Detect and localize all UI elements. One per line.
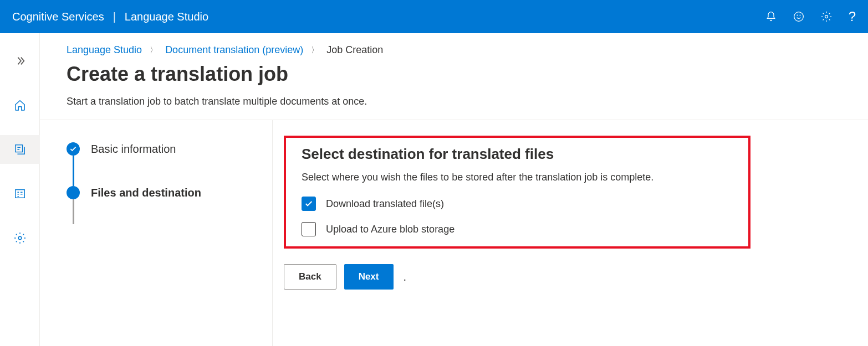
nav-home[interactable] — [0, 91, 40, 120]
brand-primary[interactable]: Cognitive Services — [12, 11, 104, 23]
expand-rail-button[interactable] — [0, 47, 40, 75]
svg-rect-5 — [15, 190, 24, 198]
wizard-step-files-destination[interactable]: Files and destination — [67, 186, 272, 199]
nav-document-translation[interactable] — [0, 135, 40, 164]
svg-point-6 — [18, 236, 22, 240]
svg-rect-4 — [15, 145, 22, 152]
wizard-button-row: Back Next . — [284, 264, 406, 290]
svg-point-1 — [797, 15, 798, 16]
checkbox-label: Upload to Azure blob storage — [326, 224, 455, 235]
option-download-translated[interactable]: Download translated file(s) — [302, 197, 733, 211]
next-button[interactable]: Next — [344, 264, 394, 290]
chevron-right-icon: 〉 — [311, 45, 319, 55]
checkbox-label: Download translated file(s) — [326, 198, 444, 210]
global-header: Cognitive Services | Language Studio ? — [0, 0, 868, 33]
svg-point-2 — [800, 15, 800, 16]
brand-secondary[interactable]: Language Studio — [125, 11, 208, 23]
left-nav-rail — [0, 33, 40, 346]
breadcrumb-current: Job Creation — [326, 44, 383, 56]
wizard-step-basic-information[interactable]: Basic information — [67, 142, 272, 156]
help-icon[interactable]: ? — [849, 9, 856, 24]
svg-point-0 — [794, 12, 803, 22]
step-complete-check-icon — [67, 142, 80, 156]
option-upload-blob[interactable]: Upload to Azure blob storage — [302, 222, 733, 236]
step-active-bullet-icon — [67, 186, 80, 199]
back-button[interactable]: Back — [284, 264, 336, 290]
nav-forms[interactable] — [0, 179, 40, 208]
feedback-smile-icon[interactable] — [793, 11, 804, 22]
checkbox-unchecked-icon — [302, 222, 316, 236]
breadcrumb: Language Studio 〉 Document translation (… — [67, 44, 841, 56]
step-connector — [73, 199, 74, 224]
checkbox-checked-icon — [302, 197, 316, 211]
header-actions: ? — [765, 9, 856, 24]
chevron-right-icon: 〉 — [150, 45, 157, 55]
notification-bell-icon[interactable] — [765, 11, 777, 22]
step-label: Files and destination — [91, 187, 201, 199]
section-description: Select where you wish the files to be st… — [302, 172, 733, 183]
section-title: Select destination for translated files — [302, 146, 733, 163]
brand-divider: | — [113, 11, 116, 23]
step-label: Basic information — [91, 143, 176, 156]
page-title: Create a translation job — [67, 63, 841, 86]
breadcrumb-language-studio[interactable]: Language Studio — [67, 44, 142, 56]
form-content: Select destination for translated files … — [273, 120, 868, 346]
svg-point-3 — [825, 16, 828, 18]
ellipsis-indicator: . — [404, 271, 407, 283]
step-connector — [73, 156, 74, 186]
page-subtitle: Start a translation job to batch transla… — [67, 96, 841, 107]
settings-gear-icon[interactable] — [821, 11, 832, 22]
page-header: Language Studio 〉 Document translation (… — [40, 33, 868, 120]
wizard-steps-nav: Basic information Files and destination — [40, 120, 273, 346]
brand-block: Cognitive Services | Language Studio — [12, 11, 208, 23]
destination-section-highlight: Select destination for translated files … — [284, 136, 750, 249]
breadcrumb-document-translation[interactable]: Document translation (preview) — [165, 44, 303, 56]
nav-settings[interactable] — [0, 224, 40, 252]
